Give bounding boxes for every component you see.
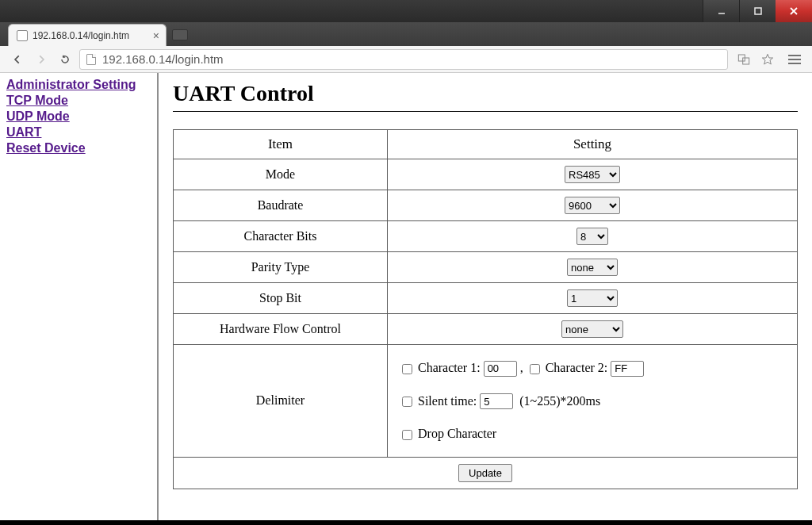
sidebar-item-administrator-setting[interactable]: Administrator Setting [6, 78, 151, 92]
browser-tab[interactable]: 192.168.0.14/login.htm × [8, 24, 167, 46]
row-label-character-bits: Character Bits [174, 221, 388, 252]
sidebar-item-reset-device[interactable]: Reset Device [6, 141, 151, 155]
parity-select[interactable]: none [567, 259, 618, 276]
window-maximize-button[interactable] [739, 0, 776, 22]
translate-icon[interactable] [736, 52, 752, 67]
url-text: 192.168.0.14/login.htm [102, 52, 224, 66]
delimiter-comma: , [520, 361, 527, 374]
tab-title: 192.168.0.14/login.htm [33, 30, 129, 41]
char1-input[interactable] [484, 361, 517, 377]
viewport: Administrator Setting TCP Mode UDP Mode … [0, 73, 812, 520]
new-tab-button[interactable] [167, 24, 193, 46]
silent-time-checkbox[interactable] [402, 397, 412, 407]
silent-time-label: Silent time: [418, 394, 477, 408]
row-label-baudrate: Baudrate [174, 190, 388, 221]
flow-control-select[interactable]: none [561, 320, 623, 338]
site-info-icon[interactable] [86, 54, 96, 65]
browser-window: 192.168.0.14/login.htm × 192.168.0.14/lo… [0, 0, 812, 525]
menu-button[interactable] [785, 50, 804, 69]
tab-strip: 192.168.0.14/login.htm × [0, 22, 812, 46]
window-minimize-button[interactable] [703, 0, 739, 22]
char2-checkbox[interactable] [530, 364, 540, 374]
page-title: UART Control [173, 81, 798, 106]
stop-bit-select[interactable]: 1 [567, 289, 618, 307]
star-icon[interactable] [760, 52, 776, 67]
row-label-delimiter: Delimiter [174, 345, 388, 458]
mode-select[interactable]: RS485 [565, 166, 620, 183]
svg-rect-1 [755, 8, 761, 14]
char2-input[interactable] [611, 361, 644, 377]
sidebar: Administrator Setting TCP Mode UDP Mode … [0, 73, 159, 520]
window-titlebar [0, 0, 812, 22]
row-label-mode: Mode [174, 159, 388, 190]
uart-config-table: Item Setting Mode RS485 Baudrate [173, 129, 798, 489]
forward-button[interactable] [32, 50, 51, 69]
silent-time-hint: (1~255)*200ms [519, 394, 600, 408]
sidebar-item-uart[interactable]: UART [6, 125, 151, 140]
character-bits-select[interactable]: 8 [576, 228, 608, 245]
window-close-button[interactable] [776, 0, 812, 22]
col-header-setting: Setting [388, 130, 798, 159]
row-label-parity: Parity Type [174, 252, 388, 283]
main-content: UART Control Item Setting Mode RS485 [159, 73, 812, 520]
baudrate-select[interactable]: 9600 [565, 197, 620, 214]
back-button[interactable] [8, 50, 27, 69]
char2-label: Character 2: [546, 361, 608, 374]
sidebar-item-tcp-mode[interactable]: TCP Mode [6, 94, 151, 108]
tab-close-icon[interactable]: × [153, 30, 159, 41]
row-label-stop-bit: Stop Bit [174, 283, 388, 314]
drop-character-label: Drop Character [418, 427, 496, 440]
silent-time-input[interactable] [480, 393, 513, 409]
sidebar-item-udp-mode[interactable]: UDP Mode [6, 109, 151, 124]
col-header-item: Item [174, 130, 388, 159]
drop-character-checkbox[interactable] [402, 430, 412, 440]
char1-label: Character 1: [418, 361, 481, 374]
row-label-flow-control: Hardware Flow Control [174, 314, 388, 345]
url-bar[interactable]: 192.168.0.14/login.htm [79, 49, 728, 70]
char1-checkbox[interactable] [402, 364, 412, 374]
page-favicon-icon [17, 30, 28, 41]
reload-button[interactable] [56, 50, 75, 69]
toolbar: 192.168.0.14/login.htm [0, 46, 812, 73]
title-divider [173, 111, 798, 112]
update-button[interactable]: Update [458, 464, 512, 482]
